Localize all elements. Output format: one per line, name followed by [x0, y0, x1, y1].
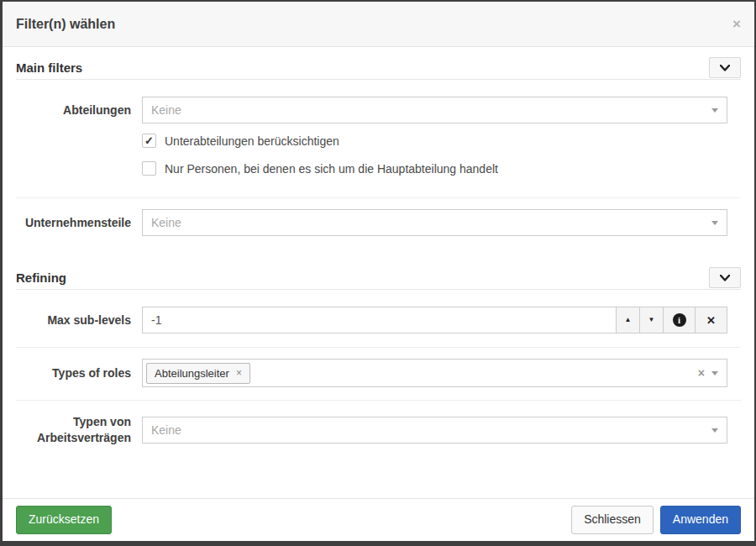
remove-tag-icon[interactable]: × [236, 367, 242, 379]
abteilungen-placeholder: Keine [151, 103, 711, 117]
chevron-down-icon [711, 428, 718, 433]
checkbox-checked-icon[interactable]: ✓ [142, 134, 156, 148]
chevron-down-icon [711, 221, 718, 225]
max-sub-levels-input-group: ▲ ▼ i ✕ [142, 307, 727, 333]
max-sub-levels-row: Max sub-levels ▲ ▼ i ✕ [16, 307, 741, 333]
clear-max-sub-levels-button[interactable]: ✕ [696, 307, 727, 333]
divider [16, 197, 741, 198]
section-refining: Refining [16, 267, 741, 290]
info-icon: i [673, 313, 686, 327]
dialog-title: Filter(n) wählen [16, 17, 115, 32]
close-icon[interactable]: × [732, 17, 741, 31]
caret-down-icon: ▼ [648, 317, 655, 323]
info-button[interactable]: i [664, 307, 696, 333]
types-of-roles-label: Types of roles [16, 359, 142, 387]
section-refining-title: Refining [16, 270, 66, 285]
apply-button[interactable]: Anwenden [660, 506, 741, 534]
collapse-main-filters-button[interactable] [709, 57, 741, 78]
section-main-filters-title: Main filters [16, 60, 82, 75]
decrement-button[interactable]: ▼ [640, 307, 664, 333]
max-sub-levels-input[interactable] [142, 307, 617, 333]
clear-selection-icon[interactable]: × [698, 366, 705, 380]
abteilungen-label: Abteilungen [16, 97, 142, 123]
dialog-body: Main filters Abteilungen Keine ✓ Unterab… [3, 47, 754, 498]
unternehmensteile-row: Unternehmensteile Keine [16, 209, 741, 236]
max-sub-levels-label: Max sub-levels [16, 307, 142, 333]
role-tag: Abteilungsleiter × [146, 363, 250, 384]
abteilungen-select[interactable]: Keine [142, 97, 727, 123]
hauptabteilung-checkbox-label: Nur Personen, bei denen es sich um die H… [165, 162, 498, 176]
arbeitsvertraege-label: Typen von Arbeitsverträgen [16, 414, 142, 446]
caret-up-icon: ▲ [625, 317, 632, 323]
dialog-header: Filter(n) wählen × [3, 2, 754, 47]
chevron-down-icon [711, 108, 718, 113]
hauptabteilung-checkbox-row[interactable]: Nur Personen, bei denen es sich um die H… [142, 161, 727, 176]
reset-button[interactable]: Zurücksetzen [16, 506, 112, 534]
increment-button[interactable]: ▲ [617, 307, 640, 333]
arbeitsvertraege-select[interactable]: Keine [142, 417, 727, 444]
chevron-down-icon [720, 275, 730, 281]
unterabteilungen-checkbox-row[interactable]: ✓ Unterabteilungen berücksichtigen [142, 134, 727, 148]
section-main-filters: Main filters [16, 57, 741, 80]
arbeitsvertraege-row: Typen von Arbeitsverträgen Keine [16, 414, 741, 446]
chevron-down-icon [711, 371, 718, 375]
unternehmensteile-select[interactable]: Keine [142, 209, 727, 236]
abteilungen-row: Abteilungen Keine ✓ Unterabteilungen ber… [16, 97, 741, 176]
checkbox-unchecked-icon[interactable] [142, 161, 156, 176]
types-of-roles-select[interactable]: Abteilungsleiter × × [142, 359, 727, 387]
chevron-down-icon [720, 65, 730, 71]
close-button[interactable]: Schliessen [571, 506, 654, 534]
abteilungen-controls: Keine ✓ Unterabteilungen berücksichtigen… [142, 97, 727, 176]
filter-dialog: Filter(n) wählen × Main filters Abteilun… [3, 2, 754, 541]
arbeitsvertraege-placeholder: Keine [151, 423, 711, 437]
unterabteilungen-checkbox-label: Unterabteilungen berücksichtigen [165, 134, 339, 148]
divider [16, 347, 741, 348]
unternehmensteile-placeholder: Keine [151, 216, 711, 229]
unternehmensteile-label: Unternehmensteile [16, 209, 142, 236]
clear-icon: ✕ [706, 314, 716, 327]
role-tag-label: Abteilungsleiter [155, 367, 229, 380]
collapse-refining-button[interactable] [709, 267, 741, 288]
types-of-roles-row: Types of roles Abteilungsleiter × × [16, 359, 741, 387]
divider [16, 400, 741, 401]
dialog-footer: Zurücksetzen Schliessen Anwenden [3, 498, 754, 541]
